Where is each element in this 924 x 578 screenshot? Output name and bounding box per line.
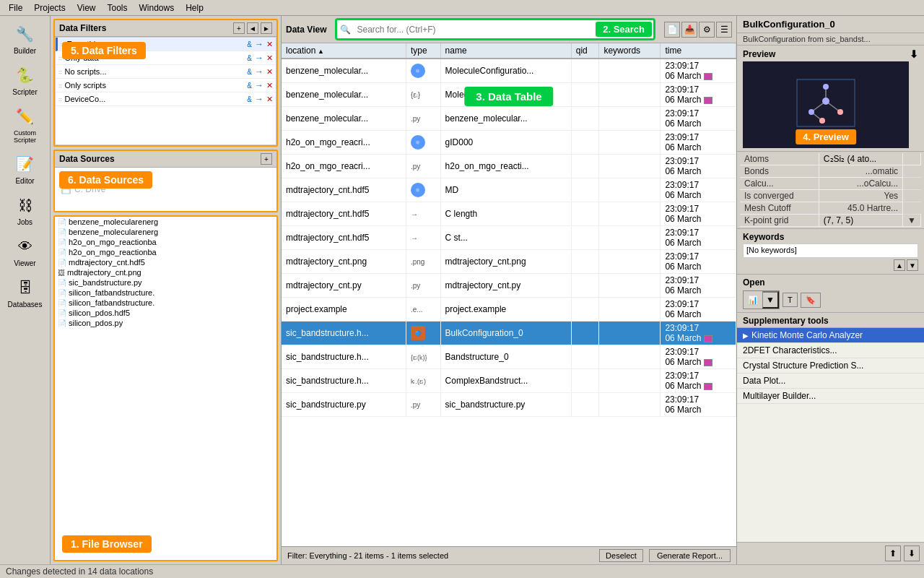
preview-download-btn[interactable]: ⬇	[910, 48, 918, 60]
filters-left-btn[interactable]: ◄	[247, 22, 258, 34]
supp-item-2dfet[interactable]: 2DFET Characteristics...	[737, 343, 924, 358]
toolbar-viewer[interactable]: 👁 Viewer	[4, 231, 47, 271]
toolbar-jobs[interactable]: ⛓ Jobs	[4, 190, 47, 230]
keywords-section: Keywords [No keywords] ▲ ▼	[737, 229, 924, 275]
cell-location: mdtrajectory_cnt.png	[282, 250, 406, 274]
filter-delete[interactable]: ✕	[266, 67, 273, 77]
table-row[interactable]: sic_bandstructure.py .py sic_bandstructu…	[282, 393, 736, 417]
table-row[interactable]: h2o_on_mgo_reacri... .py h2o_on_mgo_reac…	[282, 155, 736, 178]
supplementary-tools: Supplementary tools ▶ Kinetic Monte Carl…	[737, 313, 924, 542]
open-chart-dropdown[interactable]: ▼	[762, 291, 779, 309]
sources-add-btn[interactable]: +	[261, 153, 272, 165]
toolbar-scripter[interactable]: 🐍 Scripter	[4, 60, 47, 100]
menu-tools[interactable]: Tools	[102, 1, 134, 14]
table-row[interactable]: sic_bandstructure.h... {εᵢ(k)} Bandstruc…	[282, 345, 736, 369]
cell-time: 23:09:17 06 March	[661, 250, 736, 274]
filter-arrow: →	[255, 53, 263, 63]
file-item[interactable]: 📄silicon_pdos.hdf5	[55, 308, 276, 318]
menu-help[interactable]: Help	[180, 1, 209, 14]
prop-value: (7, 7, 5)	[819, 215, 902, 227]
deselect-button[interactable]: Deselect	[599, 549, 643, 562]
filters-right-btn[interactable]: ►	[261, 22, 272, 34]
cell-qid	[571, 178, 599, 202]
cell-name: C length	[440, 202, 571, 226]
toolbar-databases[interactable]: 🗄 Databases	[4, 272, 47, 312]
table-row[interactable]: mdtrajectory_cnt.hdf5 → C length 23:09:1…	[282, 202, 736, 226]
cell-qid	[571, 250, 599, 274]
table-row[interactable]: benzene_molecular... ⚛ MoleculeConfigura…	[282, 59, 736, 83]
file-name: silicon_pdos.hdf5	[69, 309, 130, 317]
toolbar-editor[interactable]: 📝 Editor	[4, 149, 47, 189]
filter-delete[interactable]: ✕	[266, 40, 273, 49]
filter-item-only-scripts[interactable]: :: Only scripts & → ✕	[56, 79, 276, 92]
cell-type: →	[406, 226, 440, 250]
supp-item-multilayer[interactable]: Multilayer Builder...	[737, 389, 924, 404]
col-name[interactable]: name	[440, 43, 571, 59]
generate-report-button[interactable]: Generate Report...	[649, 549, 731, 562]
jobs-icon: ⛓	[14, 194, 37, 217]
left-toolbar: 🔧 Builder 🐍 Scripter ✏️ Custom Scripter …	[0, 16, 51, 564]
file-item[interactable]: 🖼mdtrajectory_cnt.png	[55, 267, 276, 277]
type-icon: ⚛	[411, 135, 425, 150]
dv-new-btn[interactable]: 📄	[664, 22, 680, 38]
menu-view[interactable]: View	[71, 1, 102, 14]
dv-columns-btn[interactable]: ☰	[716, 22, 732, 38]
file-item[interactable]: 📄h2o_on_mgo_reactionba	[55, 237, 276, 247]
table-row-selected[interactable]: sic_bandstructure.h... 🔷 BulkConfigurati…	[282, 322, 736, 345]
file-item[interactable]: 📄benzene_molecularenerg	[55, 227, 276, 237]
filter-delete[interactable]: ✕	[266, 53, 273, 63]
keywords-scroll-up[interactable]: ▲	[894, 259, 905, 271]
filter-delete[interactable]: ✕	[266, 95, 273, 104]
cell-type: .e...	[406, 298, 440, 322]
supp-item-dataplot[interactable]: Data Plot...	[737, 374, 924, 389]
open-chart-btn[interactable]: 📊	[744, 291, 762, 309]
menu-projects[interactable]: Projects	[28, 1, 71, 14]
search-input[interactable]	[354, 23, 594, 36]
supp-item-kmc[interactable]: ▶ Kinetic Monte Carlo Analyzer	[737, 328, 924, 343]
col-location[interactable]: location	[282, 43, 406, 59]
file-item[interactable]: 📄sic_bandstructure.py	[55, 277, 276, 288]
supp-item-crystal[interactable]: Crystal Structure Prediction S...	[737, 358, 924, 374]
toolbar-builder[interactable]: 🔧 Builder	[4, 19, 47, 59]
table-row[interactable]: mdtrajectory_cnt.hdf5 → C st... 23:09:17…	[282, 226, 736, 250]
search-bar: 🔍 2. Search	[335, 18, 655, 40]
file-item[interactable]: 📄mdtrajectory_cnt.hdf5	[55, 257, 276, 267]
search-icon[interactable]: 🔍	[337, 23, 354, 36]
table-row[interactable]: benzene_molecular... .py benzene_molecul…	[282, 107, 736, 131]
col-time[interactable]: time	[661, 43, 736, 59]
table-row[interactable]: benzene_molecular... {εᵢ} MolecularEnerg…	[282, 83, 736, 107]
menu-windows[interactable]: Windows	[134, 1, 180, 14]
col-qid[interactable]: qid	[571, 43, 599, 59]
right-footer-btn-2[interactable]: ⬇	[904, 545, 920, 561]
filter-delete[interactable]: ✕	[266, 81, 273, 90]
right-panel-title: BulkConfiguration_0	[737, 16, 924, 33]
col-keywords[interactable]: keywords	[599, 43, 661, 59]
file-icon: 📄	[58, 319, 66, 327]
table-row[interactable]: sic_bandstructure.h... kᵢ.(εᵢ) ComplexBa…	[282, 369, 736, 393]
table-row[interactable]: mdtrajectory_cnt.py .py mdtrajectory_cnt…	[282, 274, 736, 298]
table-row[interactable]: mdtrajectory_cnt.hdf5 ⚛ MD 23:09:17 06 M…	[282, 178, 736, 202]
open-bookmark-btn[interactable]: 🔖	[801, 293, 821, 308]
menu-file[interactable]: File	[3, 1, 28, 14]
dv-settings-btn[interactable]: ⚙	[699, 22, 715, 38]
toolbar-custom-scripter[interactable]: ✏️ Custom Scripter	[4, 101, 47, 147]
props-scroll-down[interactable]: ▼	[903, 215, 921, 227]
file-item[interactable]: 📄benzene_molecularenerg	[55, 217, 276, 227]
table-row[interactable]: project.example .e... project.example 23…	[282, 298, 736, 322]
table-row[interactable]: mdtrajectory_cnt.png .png mdtrajectory_c…	[282, 250, 736, 274]
file-item[interactable]: 📄h2o_on_mgo_reactionba	[55, 247, 276, 257]
file-item[interactable]: 📄silicon_fatbandstructure.	[55, 288, 276, 298]
filter-item-deviceco[interactable]: :: DeviceCo... & → ✕	[56, 92, 276, 106]
cell-qid	[571, 131, 599, 155]
file-item[interactable]: 📄silicon_pdos.py	[55, 318, 276, 328]
dv-import-btn[interactable]: 📥	[681, 22, 697, 38]
right-footer-btn-1[interactable]: ⬆	[885, 545, 901, 561]
keywords-scroll-down[interactable]: ▼	[907, 259, 918, 271]
col-type[interactable]: type	[406, 43, 440, 59]
filters-add-btn[interactable]: +	[233, 22, 245, 34]
open-text-btn[interactable]: T	[783, 293, 798, 307]
file-item[interactable]: 📄silicon_fatbandstructure.	[55, 298, 276, 308]
table-row[interactable]: h2o_on_mgo_reacri... ⚛ gID000 23:09:17 0…	[282, 131, 736, 155]
filter-item-no-scripts[interactable]: :: No scripts... & → ✕	[56, 65, 276, 79]
prop-row-meshcutoff: Mesh Cutoff 45.0 Hartre...	[740, 202, 921, 215]
